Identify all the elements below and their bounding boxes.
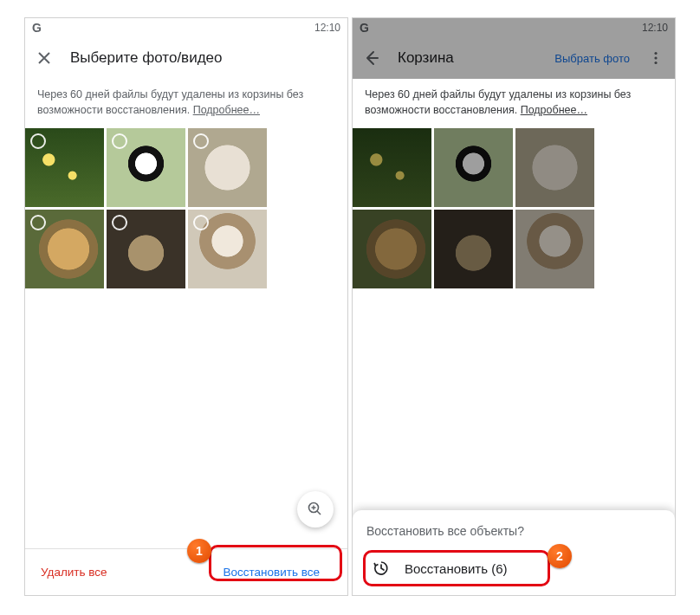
select-circle-icon[interactable] (112, 215, 127, 230)
photo-thumb[interactable] (107, 210, 185, 288)
info-banner: Через 60 дней файлы будут удалены из кор… (25, 79, 347, 128)
photo-thumb[interactable] (188, 210, 267, 288)
app-bar: Корзина Выбрать фото (353, 37, 675, 79)
info-banner: Через 60 дней файлы будут удалены из кор… (353, 79, 675, 128)
restore-all-button[interactable]: Восстановить все (211, 559, 332, 586)
page-title: Выберите фото/видео (70, 49, 340, 67)
photo-thumb[interactable] (25, 210, 104, 288)
info-text: Через 60 дней файлы будут удалены из кор… (365, 88, 631, 116)
photo-grid (353, 128, 675, 288)
sheet-question: Восстановить все объекты? (366, 524, 661, 538)
status-time: 12:10 (314, 22, 340, 34)
back-icon[interactable] (360, 46, 384, 70)
zoom-fab[interactable] (297, 491, 334, 528)
bottom-sheet: Восстановить все объекты? Восстановить (… (353, 510, 675, 595)
select-circle-icon[interactable] (30, 215, 46, 230)
photo-thumb[interactable] (515, 210, 594, 288)
app-bar: Выберите фото/видео (25, 37, 347, 79)
delete-all-button[interactable]: Удалить все (41, 566, 107, 579)
select-photo-button[interactable]: Выбрать фото (554, 52, 630, 65)
svg-point-3 (654, 62, 657, 64)
zoom-in-icon (307, 501, 324, 518)
photo-thumb[interactable] (188, 128, 267, 207)
select-circle-icon[interactable] (30, 133, 46, 149)
more-icon[interactable] (644, 46, 668, 70)
status-bar: G 12:10 (25, 18, 347, 37)
photo-grid (25, 128, 347, 288)
restore-action[interactable]: Восстановить (6) (366, 550, 661, 586)
photo-thumb[interactable] (25, 128, 104, 207)
phone-left: G 12:10 Выберите фото/видео Через 60 дне… (24, 17, 348, 596)
info-more-link[interactable]: Подробнее… (193, 104, 260, 116)
photo-thumb[interactable] (434, 128, 513, 207)
photo-thumb[interactable] (107, 128, 185, 207)
photo-thumb[interactable] (434, 210, 513, 288)
bottom-bar: Удалить все Восстановить все (25, 548, 347, 595)
svg-point-2 (654, 56, 657, 59)
select-circle-icon[interactable] (112, 133, 127, 149)
select-circle-icon[interactable] (193, 133, 209, 149)
photo-thumb[interactable] (353, 210, 431, 288)
svg-point-1 (654, 52, 657, 55)
phone-right: G 12:10 Корзина Выбрать фото Через 60 дн… (352, 17, 676, 596)
google-g-icon: G (32, 21, 42, 35)
close-icon[interactable] (32, 46, 56, 70)
status-bar: G 12:10 (353, 18, 675, 37)
photo-thumb[interactable] (515, 128, 594, 207)
google-g-icon: G (360, 21, 369, 35)
restore-action-label: Восстановить (6) (405, 561, 508, 576)
info-text: Через 60 дней файлы будут удалены из кор… (37, 88, 303, 116)
info-more-link[interactable]: Подробнее… (521, 104, 587, 116)
status-time: 12:10 (642, 22, 668, 34)
restore-icon (372, 559, 391, 578)
page-title: Корзина (398, 49, 541, 67)
photo-thumb[interactable] (353, 128, 431, 207)
select-circle-icon[interactable] (193, 215, 209, 230)
